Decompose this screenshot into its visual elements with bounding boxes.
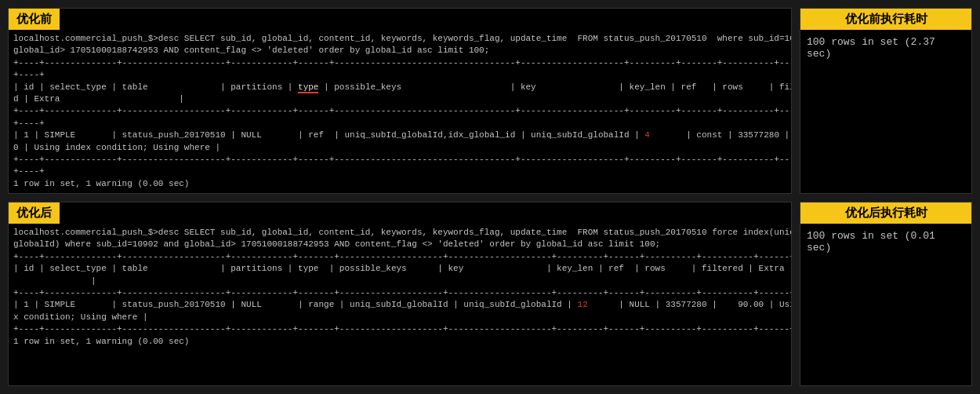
after-section: 优化后 localhost.commercial_push_$>desc SEL… <box>8 202 972 386</box>
after-line1: localhost.commercial_push_$>desc SELECT … <box>13 228 791 237</box>
after-footer: 1 row in set, 1 warning (0.00 sec) <box>13 337 189 346</box>
main-container: 优化前 localhost.commercial_push_$>desc SEL… <box>0 0 980 394</box>
after-col-header2: | <box>13 276 96 286</box>
after-timing-header: 优化后执行耗时 <box>800 202 971 224</box>
after-row1: | 1 | SIMPLE | status_push_20170510 | NU… <box>13 300 791 309</box>
before-content: localhost.commercial_push_$>desc SELECT … <box>9 30 791 193</box>
before-div3: +----+--------------+-------------------… <box>13 106 791 115</box>
before-line2: global_id> 17051000188742953 AND content… <box>13 46 489 55</box>
before-div2: +----+ <box>13 70 45 79</box>
after-timing-value: 100 rows in set (0.01 sec) <box>800 224 971 260</box>
after-div3: +----+--------------+-------------------… <box>13 324 791 334</box>
before-footer: 1 row in set, 1 warning (0.00 sec) <box>13 179 189 188</box>
before-section: 优化前 localhost.commercial_push_$>desc SEL… <box>8 8 972 194</box>
after-line2: globalId) where sub_id=10902 and global_… <box>13 239 660 249</box>
before-div6: +----+ <box>13 166 45 176</box>
before-col-header2: d | Extra | <box>13 94 184 104</box>
after-col-header: | id | select_type | table | partitions … <box>13 264 785 273</box>
after-row2: x condition; Using where | <box>13 312 148 322</box>
before-timing-panel: 优化前执行耗时 100 rows in set (2.37 sec) <box>800 8 972 194</box>
after-content: localhost.commercial_push_$>desc SELECT … <box>9 224 791 385</box>
after-div2: +----+--------------+-------------------… <box>13 288 791 297</box>
before-div1: +----+--------------+-------------------… <box>13 58 791 67</box>
before-row2: 0 | Using index condition; Using where | <box>13 143 220 152</box>
after-header: 优化后 <box>9 202 60 224</box>
before-line1: localhost.commercial_push_$>desc SELECT … <box>13 34 791 43</box>
before-row1: | 1 | SIMPLE | status_push_20170510 | NU… <box>13 130 791 140</box>
before-timing-value: 100 rows in set (2.37 sec) <box>800 30 971 66</box>
before-col-header: | id | select_type | table | partitions … <box>13 82 791 93</box>
after-timing-panel: 优化后执行耗时 100 rows in set (0.01 sec) <box>800 202 972 386</box>
before-timing-header: 优化前执行耗时 <box>800 9 971 30</box>
before-div5: +----+--------------+-------------------… <box>13 155 791 164</box>
before-div4: +----+ <box>13 119 45 128</box>
after-terminal: 优化后 localhost.commercial_push_$>desc SEL… <box>8 202 792 386</box>
before-header: 优化前 <box>9 9 60 30</box>
before-terminal: 优化前 localhost.commercial_push_$>desc SEL… <box>8 8 792 194</box>
after-div1: +----+--------------+-------------------… <box>13 252 791 261</box>
